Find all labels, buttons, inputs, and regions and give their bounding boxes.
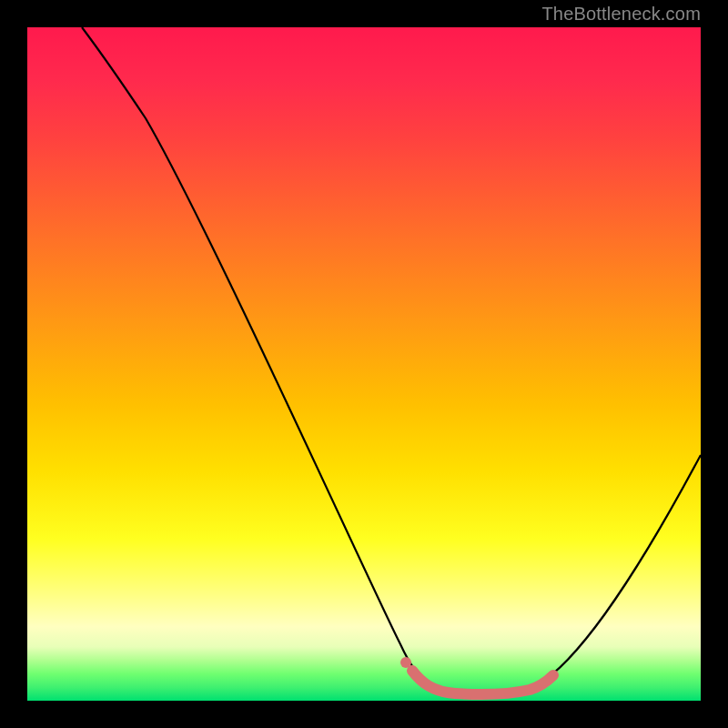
chart-frame: TheBottleneck.com — [0, 0, 728, 728]
watermark-text: TheBottleneck.com — [541, 4, 701, 25]
bottleneck-curve — [82, 27, 701, 694]
pink-dot-left — [400, 657, 411, 668]
curve-layer — [27, 27, 701, 701]
pink-highlight-segment — [412, 671, 553, 694]
